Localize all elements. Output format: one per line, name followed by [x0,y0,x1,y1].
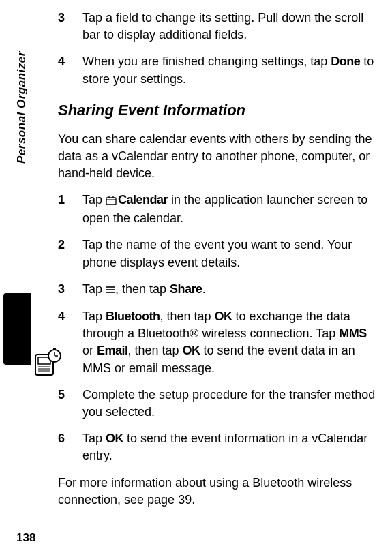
ui-label: OK [106,432,123,445]
ui-label: Calendar [118,193,168,207]
step-number: 6 [58,430,65,447]
ui-label: MMS [339,327,367,340]
step-text: Tap OK to send the event information in … [82,432,367,462]
step-text: Tap , then tap Share. [82,282,206,296]
step-number: 4 [58,308,65,325]
svg-rect-8 [53,348,56,350]
step-text: Complete the setup procedure for the tra… [82,388,375,419]
step-text: Tap Bluetooth, then tap OK to exchange t… [82,310,367,375]
step-item: 2Tap the name of the event you want to s… [58,237,378,271]
main-steps-list: 1Tap Calendar in the application launche… [58,192,378,464]
top-steps-list: 3Tap a field to change its setting. Pull… [58,10,378,88]
sidebar-thumb-tab [3,293,31,365]
step-number: 5 [58,387,65,404]
step-number: 1 [58,192,65,209]
step-number: 3 [58,281,65,298]
step-item: 4Tap Bluetooth, then tap OK to exchange … [58,308,378,377]
step-text: Tap a field to change its setting. Pull … [82,11,363,42]
step-number: 4 [58,53,65,70]
ui-label: Bluetooth [106,310,160,323]
ui-label: Share [170,282,202,296]
ui-label: Done [331,55,360,68]
page-body: 3Tap a field to change its setting. Pull… [58,0,378,518]
step-item: 6Tap OK to send the event information in… [58,430,378,464]
ui-label: OK [183,344,200,357]
svg-rect-9 [106,198,116,205]
step-text: When you are finished changing settings,… [82,55,374,85]
ui-label: OK [215,310,232,323]
step-number: 3 [58,10,65,27]
step-item: 3Tap , then tap Share. [58,281,378,299]
step-item: 5Complete the setup procedure for the tr… [58,387,378,421]
outro-paragraph: For more information about using a Bluet… [58,475,378,509]
step-number: 2 [58,237,65,254]
menu-icon [106,282,115,299]
intro-paragraph: You can share calendar events with other… [58,131,378,183]
section-heading: Sharing Event Information [58,100,378,121]
calendar-icon [106,193,117,210]
step-item: 4When you are finished changing settings… [58,53,378,87]
ui-label: Email [97,344,128,357]
sidebar-section-label: Personal Organizer [14,150,27,286]
step-item: 3Tap a field to change its setting. Pull… [58,10,378,44]
page-number: 138 [16,530,35,546]
step-text: Tap Calendar in the application launcher… [82,193,367,225]
step-text: Tap the name of the event you want to se… [82,238,352,269]
step-item: 1Tap Calendar in the application launche… [58,192,378,227]
